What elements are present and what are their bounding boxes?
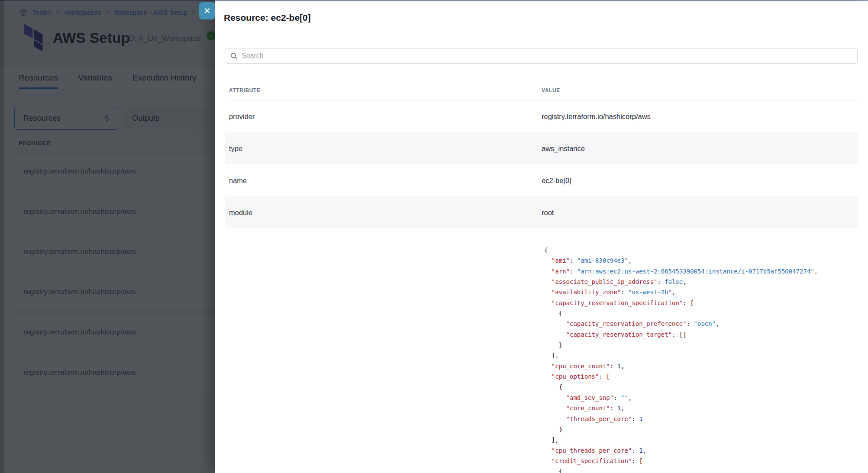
value-cell: aws_instance [542,145,858,153]
resource-detail-drawer: Resource: ec2-be[0] ATTRIBUTE VALUE prov… [215,1,868,473]
attribute-cell: type [229,145,542,153]
column-header-value: VALUE [542,87,858,93]
table-row-name: nameec2-be[0] [225,164,858,196]
attribute-cell: provider [229,113,542,121]
search-box [225,48,858,64]
attributes-json-row: { "ami": "ami-830c94e3", "arn": "arn:aws… [225,228,858,473]
table-row-type: typeaws_instance [225,132,858,164]
close-icon: ✕ [203,6,211,15]
table-body: providerregistry.terraform.io/hashicorp/… [225,100,858,228]
title-divider [215,34,868,34]
table-row-module: moduleroot [225,196,858,228]
value-cell: ec2-be[0] [542,177,858,185]
value-cell: root [542,209,858,217]
attribute-table: ATTRIBUTE VALUE providerregistry.terrafo… [225,64,858,473]
modal-overlay[interactable] [0,0,215,473]
close-button[interactable]: ✕ [199,2,215,19]
app-root: Testim>Workspaces>Workspace - AWS Setup>… [0,0,868,473]
attributes-json-code: { "ami": "ami-830c94e3", "arn": "arn:aws… [544,245,858,473]
search-icon [230,52,237,59]
value-cell: registry.terraform.io/hashicorp/aws [542,113,858,121]
attribute-cell: module [229,209,542,217]
json-row-value-cell: { "ami": "ami-830c94e3", "arn": "arn:aws… [542,228,858,473]
attribute-cell: name [229,177,542,185]
drawer-title: Resource: ec2-be[0] [224,13,858,23]
column-header-attribute: ATTRIBUTE [229,87,542,93]
search-input[interactable] [242,52,857,60]
table-header: ATTRIBUTE VALUE [225,64,858,100]
table-row-provider: providerregistry.terraform.io/hashicorp/… [225,100,858,132]
